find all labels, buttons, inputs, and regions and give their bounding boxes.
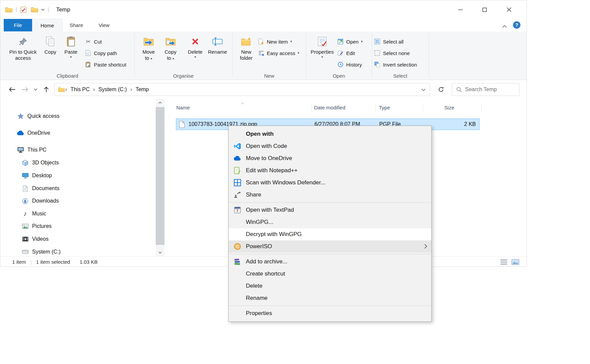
- details-view-button[interactable]: [499, 258, 509, 266]
- scroll-up-icon[interactable]: [156, 99, 164, 106]
- sidebar-item-quick-access[interactable]: Quick access: [0, 110, 155, 123]
- sidebar-item-pictures[interactable]: Pictures: [0, 220, 155, 233]
- copy-label: Copy: [44, 49, 56, 55]
- column-header-date-modified[interactable]: Date modified: [314, 102, 371, 113]
- sidebar-item-videos[interactable]: Videos: [0, 233, 155, 245]
- column-header-type[interactable]: Type: [379, 102, 419, 113]
- thumbnail-view-button[interactable]: [510, 258, 520, 266]
- menu-item-add-to-archive[interactable]: Add to archive...: [229, 256, 431, 268]
- column-header-label: Date modified: [314, 105, 345, 110]
- open-button[interactable]: Open ▾: [337, 36, 363, 47]
- close-button[interactable]: [497, 0, 521, 19]
- menu-item-open-with-code[interactable]: Open with Code: [229, 140, 431, 152]
- column-header-label: Type: [379, 105, 390, 110]
- sidebar-item-onedrive[interactable]: OneDrive: [0, 127, 155, 139]
- copy-button[interactable]: Copy: [41, 34, 60, 55]
- history-button[interactable]: History: [337, 59, 362, 70]
- column-divider[interactable]: [481, 104, 482, 111]
- menu-item-properties[interactable]: Properties: [229, 307, 431, 319]
- scrollbar-thumb[interactable]: [156, 107, 164, 245]
- drive-icon: [21, 250, 29, 254]
- sidebar-item-music[interactable]: ♪ Music: [0, 207, 155, 220]
- menu-item-rename[interactable]: Rename: [229, 292, 431, 304]
- column-divider[interactable]: [423, 104, 423, 111]
- column-header-name[interactable]: Name: [176, 102, 308, 113]
- copy-path-button[interactable]: Copy path: [85, 48, 117, 58]
- breadcrumb-chevron[interactable]: ›: [93, 86, 96, 93]
- context-menu: Open with Open with Code Move to OneDriv…: [228, 126, 432, 322]
- paste-shortcut-button[interactable]: Paste shortcut: [85, 59, 126, 70]
- delete-button[interactable]: Delete ▾: [185, 34, 205, 59]
- menu-separator: [229, 254, 431, 254]
- invert-selection-label: Invert selection: [383, 62, 417, 68]
- move-to-button[interactable]: Move to ▾: [139, 34, 158, 61]
- breadcrumb-drive[interactable]: System (C:): [95, 83, 130, 96]
- paste-button[interactable]: Paste ▾: [61, 34, 81, 59]
- qat-new-folder-icon[interactable]: [31, 7, 38, 12]
- column-divider[interactable]: [311, 104, 312, 111]
- breadcrumb-chevron[interactable]: ›: [65, 86, 68, 93]
- select-none-button[interactable]: Select none: [374, 48, 410, 58]
- menu-item-open-with[interactable]: Open with: [229, 128, 431, 140]
- forward-button[interactable]: [21, 87, 29, 92]
- recent-locations-icon[interactable]: [34, 88, 37, 91]
- up-button[interactable]: [44, 86, 49, 93]
- breadcrumb-chevron[interactable]: ›: [130, 86, 133, 93]
- column-header-size[interactable]: Size: [423, 102, 481, 113]
- menu-item-poweriso[interactable]: PowerISO: [229, 240, 431, 253]
- menu-item-wingpg[interactable]: WinGPG...: [229, 216, 431, 228]
- copy-to-button[interactable]: Copy to ▾: [161, 34, 180, 61]
- refresh-button[interactable]: [434, 83, 448, 96]
- sidebar-item-documents[interactable]: Documents: [0, 182, 155, 195]
- breadcrumb: › This PC › System (C:) › Temp: [54, 83, 430, 96]
- menu-item-share[interactable]: Share: [229, 189, 431, 201]
- pin-to-quick-access-button[interactable]: Pin to Quick access: [7, 34, 39, 61]
- tab-home[interactable]: Home: [32, 19, 62, 32]
- windows-defender-icon: [233, 179, 242, 186]
- menu-item-delete[interactable]: Delete: [229, 280, 431, 292]
- search-input[interactable]: [465, 86, 515, 93]
- breadcrumb-this-pc[interactable]: This PC: [68, 83, 93, 96]
- properties-button[interactable]: Properties ▾: [311, 34, 334, 59]
- ribbon-group-divider: [232, 33, 233, 77]
- computer-icon: [17, 147, 24, 153]
- new-folder-button[interactable]: New folder: [236, 34, 257, 61]
- menu-item-open-with-textpad[interactable]: T Open with TextPad: [229, 204, 431, 216]
- tab-file[interactable]: File: [4, 19, 32, 31]
- menu-item-edit-with-notepadpp[interactable]: Edit with Notepad++: [229, 164, 431, 177]
- tab-view[interactable]: View: [90, 19, 118, 31]
- back-button[interactable]: [8, 87, 16, 92]
- menu-item-scan-with-defender[interactable]: Scan with Windows Defender...: [229, 177, 431, 189]
- maximize-button[interactable]: [472, 0, 497, 19]
- help-icon[interactable]: ?: [513, 21, 520, 29]
- sidebar-item-3d-objects[interactable]: 3D Objects: [0, 156, 155, 169]
- edit-button[interactable]: Edit: [337, 48, 355, 58]
- screen-canvas: | | Temp: [0, 0, 590, 364]
- breadcrumb-folder[interactable]: Temp: [132, 83, 152, 96]
- tab-share[interactable]: Share: [62, 19, 90, 31]
- menu-item-decrypt-with-wingpg[interactable]: Decrypt with WinGPG: [229, 228, 431, 240]
- menu-item-create-shortcut[interactable]: Create shortcut: [229, 268, 431, 280]
- minimize-button[interactable]: [448, 0, 472, 19]
- select-all-button[interactable]: Select all: [374, 36, 404, 47]
- qat-properties-icon[interactable]: [20, 6, 27, 13]
- collapse-ribbon-icon[interactable]: [502, 23, 507, 29]
- column-divider[interactable]: [375, 104, 376, 111]
- 3d-box-icon: [21, 160, 29, 166]
- scroll-down-icon[interactable]: [156, 249, 164, 256]
- menu-item-move-to-onedrive[interactable]: Move to OneDrive: [229, 152, 431, 164]
- picture-icon: [21, 224, 29, 229]
- cut-button[interactable]: ✂ Cut: [85, 36, 102, 47]
- item-count: 1 item: [12, 259, 26, 265]
- properties-icon: [317, 35, 327, 48]
- sidebar-item-downloads[interactable]: Downloads: [0, 194, 155, 207]
- qat-dropdown-icon[interactable]: [41, 8, 45, 11]
- easy-access-button[interactable]: Easy access ▾: [258, 48, 299, 58]
- address-dropdown-icon[interactable]: [417, 86, 430, 93]
- rename-button[interactable]: Rename: [207, 34, 228, 55]
- sidebar-item-desktop[interactable]: Desktop: [0, 169, 155, 182]
- invert-selection-button[interactable]: Invert selection: [374, 59, 417, 70]
- sidebar-scrollbar[interactable]: [156, 99, 164, 256]
- sidebar-item-this-pc[interactable]: This PC: [0, 144, 155, 156]
- new-item-button[interactable]: New item ▾: [258, 36, 292, 47]
